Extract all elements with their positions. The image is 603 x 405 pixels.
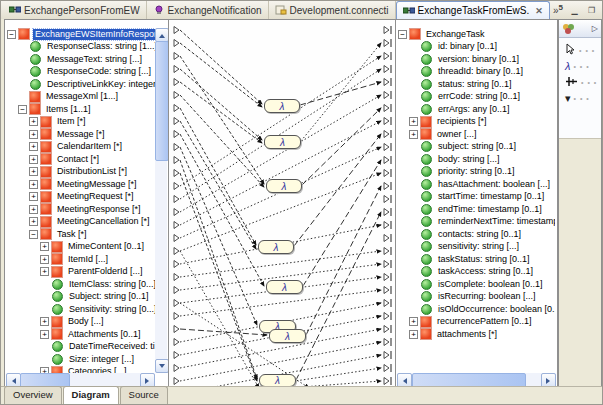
- expander-expand-icon[interactable]: +: [409, 130, 418, 139]
- tree-item[interactable]: threadId: binary [0..1]: [398, 66, 555, 79]
- tree-item[interactable]: taskAccess: string [0..1]: [398, 266, 555, 279]
- expander-expand-icon[interactable]: +: [40, 255, 49, 264]
- target-port[interactable]: [384, 66, 389, 73]
- mapping-link[interactable]: [296, 212, 381, 380]
- palette-collapse-icon[interactable]: ▷: [592, 24, 598, 33]
- source-port[interactable]: [174, 170, 179, 177]
- lambda-tool[interactable]: λ• • •: [559, 58, 601, 74]
- tree-item[interactable]: +MeetingMessage [*]: [7, 178, 155, 191]
- source-port[interactable]: [174, 274, 179, 281]
- target-port[interactable]: [384, 92, 389, 99]
- target-port[interactable]: [384, 183, 389, 190]
- expander-expand-icon[interactable]: +: [29, 180, 38, 189]
- tree-item[interactable]: status: string [0..1]: [398, 78, 555, 91]
- source-port[interactable]: [174, 287, 179, 294]
- target-port[interactable]: [384, 144, 389, 151]
- expander-collapse-icon[interactable]: −: [7, 30, 16, 39]
- tree-item[interactable]: +DistributionList [*]: [7, 166, 155, 179]
- tree-item[interactable]: ResponseCode: string [...]: [7, 66, 155, 79]
- expander-expand-icon[interactable]: +: [29, 192, 38, 201]
- tree-item[interactable]: +recurrencePattern [0..1]: [398, 316, 555, 329]
- target-tree-horizontal-scrollbar[interactable]: [397, 373, 556, 386]
- source-port[interactable]: [174, 105, 179, 112]
- lambda-function-box[interactable]: λ: [264, 99, 300, 113]
- expander-expand-icon[interactable]: +: [29, 130, 38, 139]
- tree-item[interactable]: +Contact [*]: [7, 153, 155, 166]
- tree-item[interactable]: sensitivity: string [...]: [398, 241, 555, 254]
- close-tab-icon[interactable]: ✕: [535, 6, 543, 16]
- target-port[interactable]: [384, 53, 389, 60]
- source-port[interactable]: [174, 261, 179, 268]
- source-port[interactable]: [174, 313, 179, 320]
- tab-overflow-button[interactable]: »5: [551, 3, 565, 16]
- tree-item[interactable]: subject: string [0..1]: [398, 141, 555, 154]
- target-port[interactable]: [384, 40, 389, 47]
- target-port[interactable]: [384, 326, 389, 333]
- target-port[interactable]: [384, 196, 389, 203]
- tree-item[interactable]: DateTimeReceived: ti: [7, 341, 155, 354]
- tree-item[interactable]: taskStatus: string [0..1]: [398, 253, 555, 266]
- target-port[interactable]: [384, 274, 389, 281]
- tree-item[interactable]: isComplete: boolean [0..1]: [398, 278, 555, 291]
- editor-tab-active[interactable]: ExchangeTaskFromEwS.✕: [396, 1, 550, 19]
- source-port[interactable]: [174, 209, 179, 216]
- source-port[interactable]: [174, 352, 179, 359]
- tree-item[interactable]: contacts: string [0..1]: [398, 228, 555, 241]
- tree-item[interactable]: isRecurring: boolean [...]: [398, 291, 555, 304]
- expander-expand-icon[interactable]: +: [29, 217, 38, 226]
- view-tab-source[interactable]: Source: [120, 386, 168, 404]
- editor-tab[interactable]: ExchangeNotification: [147, 1, 269, 19]
- tree-item[interactable]: priority: string [0..1]: [398, 166, 555, 179]
- expander-expand-icon[interactable]: +: [29, 155, 38, 164]
- target-port[interactable]: [384, 365, 389, 372]
- tree-item[interactable]: +ParentFolderId [...]: [7, 266, 155, 279]
- tree-item[interactable]: startTime: timestamp [0..1]: [398, 191, 555, 204]
- target-port[interactable]: [384, 27, 389, 34]
- lambda-function-box[interactable]: λ: [269, 329, 306, 343]
- tree-item[interactable]: Sensitivity: string [0...]: [7, 303, 155, 316]
- tree-item[interactable]: endTime: timestamp [0..1]: [398, 203, 555, 216]
- target-port[interactable]: [384, 378, 389, 385]
- tree-item[interactable]: +MeetingResponse [*]: [7, 203, 155, 216]
- target-port[interactable]: [384, 261, 389, 268]
- tree-item[interactable]: −ExchangeEWSItemInfoResponse: [7, 28, 155, 41]
- expander-expand-icon[interactable]: +: [40, 317, 49, 326]
- tree-item[interactable]: reminderNextTime: timestamp [0: [398, 216, 555, 229]
- target-port[interactable]: [384, 222, 389, 229]
- mapping-link[interactable]: [180, 56, 381, 186]
- expander-collapse-icon[interactable]: −: [29, 230, 38, 239]
- expander-expand-icon[interactable]: +: [409, 317, 418, 326]
- minimize-view-button[interactable]: ▁: [567, 4, 582, 17]
- target-port[interactable]: [384, 105, 389, 112]
- tree-item[interactable]: −Items [1..1]: [7, 103, 155, 116]
- target-port[interactable]: [384, 209, 389, 216]
- tree-item[interactable]: DescriptiveLinkKey: integer [...]: [7, 78, 155, 91]
- mapping-canvas[interactable]: λλλλλλλλ: [169, 19, 395, 388]
- tree-item[interactable]: body: string [...]: [398, 153, 555, 166]
- source-port[interactable]: [174, 40, 179, 47]
- expander-expand-icon[interactable]: +: [29, 142, 38, 151]
- source-port[interactable]: [174, 157, 179, 164]
- expander-expand-icon[interactable]: +: [40, 242, 49, 251]
- target-port[interactable]: [384, 235, 389, 242]
- source-port[interactable]: [174, 378, 179, 385]
- expander-collapse-icon[interactable]: −: [398, 30, 407, 39]
- transform-tool[interactable]: • • •: [559, 74, 601, 90]
- view-tab-overview[interactable]: Overview: [4, 386, 62, 404]
- source-port[interactable]: [174, 300, 179, 307]
- tree-item[interactable]: Subject: string [0..1]: [7, 291, 155, 304]
- editor-tab[interactable]: Development.connecti: [269, 1, 396, 19]
- mapping-link[interactable]: [306, 186, 381, 335]
- mapping-link[interactable]: [180, 56, 264, 184]
- tree-item[interactable]: isOldOccurrence: boolean [0..1]: [398, 303, 555, 316]
- tree-item[interactable]: ItemClass: string [0...]: [7, 278, 155, 291]
- mapping-link[interactable]: [180, 121, 256, 249]
- mapping-link[interactable]: [180, 82, 262, 143]
- tree-item[interactable]: +Item [*]: [7, 116, 155, 129]
- source-port[interactable]: [174, 92, 179, 99]
- expander-expand-icon[interactable]: +: [29, 167, 38, 176]
- source-port[interactable]: [174, 144, 179, 151]
- tree-item[interactable]: −ExchangeTask: [398, 28, 555, 41]
- target-port[interactable]: [384, 248, 389, 255]
- scrollbar-thumb[interactable]: [155, 41, 169, 161]
